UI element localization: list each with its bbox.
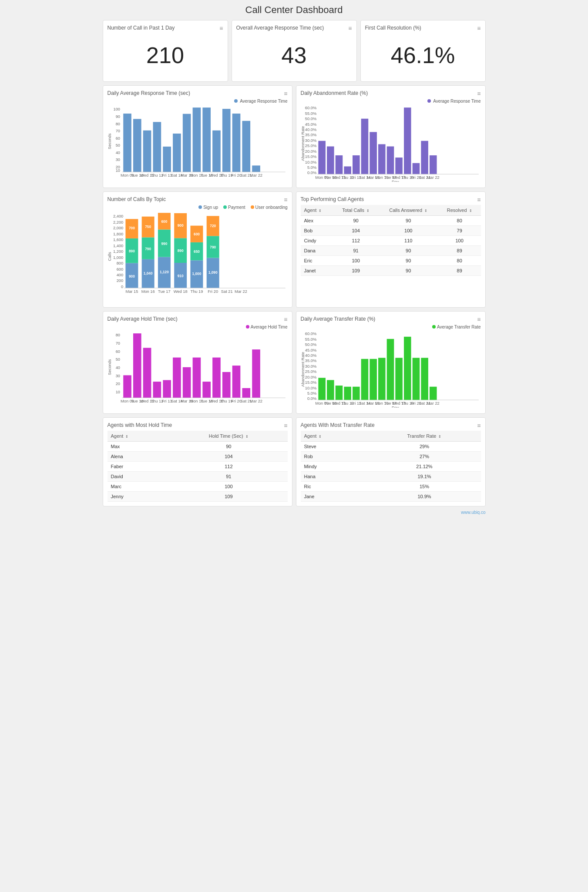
- hold-value: 112: [170, 461, 287, 471]
- svg-text:100: 100: [113, 107, 120, 111]
- svg-text:1,040: 1,040: [143, 272, 152, 275]
- svg-rect-206: [395, 358, 403, 400]
- agent-name: Rob: [301, 451, 368, 461]
- svg-text:750: 750: [145, 225, 151, 229]
- svg-rect-16: [173, 134, 181, 172]
- svg-rect-157: [163, 380, 171, 398]
- svg-text:40.0%: 40.0%: [305, 127, 316, 132]
- table-row: Mindy21.12%: [301, 461, 481, 471]
- svg-rect-166: [252, 349, 260, 398]
- signup-legend: Sign up: [198, 205, 218, 210]
- agent-name: Cindy: [301, 235, 333, 245]
- col-agent[interactable]: Agent ⇕: [301, 205, 333, 216]
- calls-answered: 100: [379, 225, 438, 235]
- calls-by-topic-chart: Calls 0 200 400 600 800 1,000 1,200 1,40…: [108, 211, 288, 303]
- svg-text:70: 70: [115, 129, 120, 133]
- abandonment-rate-menu[interactable]: ≡: [477, 90, 480, 97]
- hold-col-value[interactable]: Hold Time (Sec) ⇕: [170, 431, 287, 442]
- svg-text:800: 800: [116, 261, 123, 265]
- abandonment-rate-chart: Abandonment Rate 0.0% 5.0% 10.0% 15.0% 2…: [301, 105, 481, 183]
- transfer-rate-chart-menu[interactable]: ≡: [477, 316, 480, 323]
- kpi-response-card: Overall Average Response Time (sec) ≡ 43: [232, 20, 357, 82]
- svg-text:Calls: Calls: [108, 252, 112, 261]
- table-row: David91: [108, 471, 288, 481]
- agent-name: Eric: [301, 255, 333, 265]
- kpi-resolution-label: First Call Resolution (%): [365, 25, 421, 31]
- hold-time-table-menu[interactable]: ≡: [284, 422, 287, 429]
- svg-text:Mar 15: Mar 15: [125, 289, 138, 294]
- svg-text:Day: Day: [392, 406, 399, 408]
- daily-response-title: Daily Average Response Time (sec): [108, 90, 191, 96]
- hold-value: 100: [170, 481, 287, 491]
- total-calls: 109: [333, 265, 379, 275]
- svg-text:5.0%: 5.0%: [307, 165, 316, 170]
- svg-rect-68: [430, 155, 437, 174]
- svg-text:Sat 21: Sat 21: [221, 289, 232, 294]
- kpi-response-menu[interactable]: ≡: [348, 25, 352, 32]
- agent-name: Jenny: [108, 491, 170, 501]
- svg-text:10: 10: [115, 168, 120, 173]
- col-resolved[interactable]: Resolved ⇕: [438, 205, 481, 216]
- abandonment-rate-svg: Abandonment Rate 0.0% 5.0% 10.0% 15.0% 2…: [301, 105, 481, 182]
- svg-text:45.0%: 45.0%: [305, 122, 316, 127]
- resolved: 80: [438, 255, 481, 265]
- svg-rect-159: [182, 367, 191, 398]
- svg-text:20.0%: 20.0%: [305, 149, 316, 154]
- transfer-rate-table-title: Agents With Most Transfer Rate: [301, 422, 375, 428]
- kpi-calls-menu[interactable]: ≡: [219, 25, 223, 32]
- hold-value: 104: [170, 451, 287, 461]
- svg-text:30.0%: 30.0%: [305, 138, 316, 143]
- svg-text:60: 60: [115, 136, 120, 141]
- kpi-resolution-menu[interactable]: ≡: [477, 25, 480, 32]
- hold-time-table-card: Agents with Most Hold Time ≡ Agent ⇕ Hol…: [103, 417, 292, 506]
- svg-rect-22: [232, 114, 240, 172]
- svg-text:Fri 20: Fri 20: [208, 289, 218, 294]
- svg-rect-20: [212, 131, 221, 172]
- table-row: Steve29%: [301, 441, 481, 451]
- transfer-col-agent[interactable]: Agent ⇕: [301, 431, 368, 442]
- svg-text:35.0%: 35.0%: [305, 359, 316, 363]
- table-row: Bob10410079: [301, 225, 481, 235]
- svg-text:Wed 18: Wed 18: [173, 289, 187, 294]
- daily-response-menu[interactable]: ≡: [284, 90, 287, 97]
- top-agents-menu[interactable]: ≡: [477, 196, 480, 203]
- kpi-calls-card: Number of Call in Past 1 Day ≡ 210: [103, 20, 228, 82]
- svg-rect-199: [335, 386, 343, 400]
- svg-rect-154: [133, 333, 141, 398]
- svg-text:50.0%: 50.0%: [305, 117, 316, 121]
- svg-rect-12: [133, 119, 141, 172]
- calls-by-topic-menu[interactable]: ≡: [284, 196, 287, 203]
- col-calls-answered[interactable]: Calls Answered ⇕: [379, 205, 438, 216]
- svg-rect-201: [353, 387, 360, 400]
- svg-text:Abandonment Rate: Abandonment Rate: [301, 352, 305, 387]
- agent-name: Dana: [301, 245, 333, 255]
- col-total-calls[interactable]: Total Calls ⇕: [333, 205, 379, 216]
- total-calls: 104: [333, 225, 379, 235]
- svg-rect-58: [344, 166, 351, 174]
- transfer-col-rate[interactable]: Transfer Rate ⇕: [368, 431, 481, 442]
- svg-rect-19: [202, 107, 211, 172]
- svg-text:70: 70: [115, 341, 120, 345]
- daily-response-card: Daily Average Response Time (sec) ≡ Aver…: [103, 85, 292, 188]
- hold-time-chart-title: Daily Average Hold Time (sec): [108, 316, 178, 322]
- kpi-calls-label: Number of Call in Past 1 Day: [108, 25, 175, 31]
- hold-value: 91: [170, 471, 287, 481]
- svg-rect-202: [361, 359, 368, 400]
- svg-text:Mar 22: Mar 22: [427, 175, 439, 180]
- svg-text:15.0%: 15.0%: [305, 154, 316, 159]
- transfer-rate-table-menu[interactable]: ≡: [477, 422, 480, 429]
- svg-rect-23: [242, 121, 250, 172]
- table-row: Marc100: [108, 481, 288, 491]
- svg-text:650: 650: [194, 250, 200, 254]
- svg-rect-18: [192, 107, 201, 172]
- svg-text:1,800: 1,800: [113, 232, 123, 236]
- hold-time-chart-menu[interactable]: ≡: [284, 316, 287, 323]
- svg-text:55.0%: 55.0%: [305, 111, 316, 116]
- svg-text:Tue 17: Tue 17: [158, 289, 171, 294]
- svg-rect-158: [173, 358, 181, 398]
- svg-text:Thu 19: Thu 19: [190, 289, 203, 294]
- agent-name: Hana: [301, 471, 368, 481]
- hold-col-agent[interactable]: Agent ⇕: [108, 431, 170, 442]
- agent-name: Jane: [301, 491, 368, 501]
- table-row: Faber112: [108, 461, 288, 471]
